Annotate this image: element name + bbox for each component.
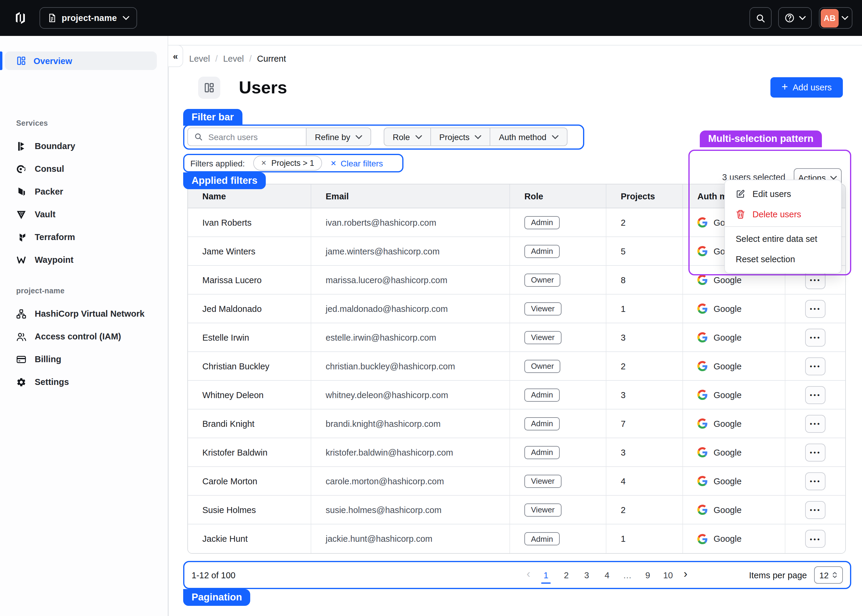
filter-dropdown-role[interactable]: Role (384, 127, 431, 146)
auth-provider-label: Google (714, 476, 742, 486)
page-button-9[interactable]: 9 (641, 566, 655, 584)
menu-item-edit-users[interactable]: Edit users (725, 184, 841, 204)
cell-email: kristofer.baldwin@hashicorp.com (311, 438, 510, 466)
sidebar-item-waypoint[interactable]: Waypoint (0, 248, 168, 271)
cell-name: Carole Morton (188, 467, 311, 495)
table-row[interactable]: Kristofer Baldwinkristofer.baldwin@hashi… (188, 438, 845, 467)
filter-chip-projects[interactable]: ✕ Projects > 1 (253, 156, 322, 171)
table-row[interactable]: Susie Holmessusie.holmes@hashicorp.comVi… (188, 496, 845, 525)
cell-name: Brandi Knight (188, 410, 311, 438)
breadcrumb-separator: / (249, 54, 252, 63)
row-overflow-button[interactable]: ●●● (805, 328, 826, 346)
table-row[interactable]: Jackie Huntjackie.hunt@hashicorp.comAdmi… (188, 525, 845, 553)
next-page-button[interactable]: › (681, 567, 690, 581)
sidebar-item-label: Waypoint (35, 255, 73, 265)
filter-dropdown-auth-method[interactable]: Auth method (491, 127, 567, 146)
auth-provider-label: Google (714, 275, 742, 284)
dismiss-icon: ✕ (330, 159, 336, 167)
cell-name: Jame Winters (188, 237, 311, 265)
menu-item-reset-selection[interactable]: Reset selection (725, 249, 841, 269)
row-overflow-button[interactable]: ●●● (805, 415, 826, 432)
sidebar-item-billing[interactable]: Billing (0, 348, 168, 371)
items-per-page-select[interactable]: 12 (814, 566, 843, 584)
sidebar-item-packer[interactable]: Packer (0, 180, 168, 203)
role-badge: Admin (524, 216, 560, 229)
table-row[interactable]: Jed Maldonadojed.maldonado@hashicorp.com… (188, 294, 845, 323)
sidebar-item-label: Terraform (35, 232, 75, 242)
actions-menu: Edit usersDelete usersSelect entire data… (724, 179, 842, 273)
filter-dropdown-projects[interactable]: Projects (431, 127, 491, 146)
menu-item-delete-users[interactable]: Delete users (725, 204, 841, 225)
row-overflow-button[interactable]: ●●● (805, 271, 826, 289)
refine-by-button[interactable]: Refine by (306, 127, 371, 146)
pagination-range: 1-12 of 100 (192, 570, 236, 580)
project-list: HashiCorp Virtual NetworkAccess control … (0, 302, 168, 393)
overview-icon (16, 56, 26, 66)
google-icon (697, 418, 708, 429)
cell-name: Estelle Irwin (188, 323, 311, 351)
gear-icon (16, 377, 26, 387)
sidebar-item-consul[interactable]: Consul (0, 157, 168, 180)
clear-filters-link[interactable]: ✕ Clear filters (330, 158, 383, 168)
breadcrumb-level-2[interactable]: Level (223, 54, 243, 63)
global-search-button[interactable] (749, 7, 772, 29)
row-overflow-button[interactable]: ●●● (805, 357, 826, 375)
sidebar-item-terraform[interactable]: Terraform (0, 226, 168, 248)
sidebar-item-settings[interactable]: Settings (0, 371, 168, 393)
ellipsis-icon: ●●● (810, 306, 821, 311)
page-button-1[interactable]: 1 (539, 566, 553, 584)
chevron-down-icon (799, 16, 806, 20)
cell-auth-method: Google (683, 294, 785, 323)
cell-projects: 4 (606, 467, 683, 495)
cell-name: Kristofer Baldwin (188, 438, 311, 466)
cell-name: Susie Holmes (188, 496, 311, 524)
chevron-down-icon (831, 175, 837, 180)
cell-email: christian.buckley@hashicorp.com (311, 352, 510, 380)
page-button-10[interactable]: 10 (661, 566, 675, 584)
hashicorp-logo-icon (14, 11, 27, 25)
auth-provider-label: Google (714, 390, 742, 399)
account-menu-button[interactable]: AB (819, 7, 853, 29)
row-overflow-button[interactable]: ●●● (805, 501, 826, 519)
cell-email: whitney.deleon@hashicorp.com (311, 381, 510, 409)
table-row[interactable]: Estelle Irwinestelle.irwin@hashicorp.com… (188, 323, 845, 352)
sidebar-item-vault[interactable]: Vault (0, 203, 168, 226)
pager: ‹1234…910› (469, 566, 745, 584)
google-icon (697, 447, 708, 457)
row-overflow-button[interactable]: ●●● (805, 443, 826, 461)
sidebar-item-boundary[interactable]: Boundary (0, 135, 168, 157)
sidebar-item-overview[interactable]: Overview (5, 52, 157, 70)
page-button-4[interactable]: 4 (600, 566, 614, 584)
sidebar-item-hashicorp-virtual-network[interactable]: HashiCorp Virtual Network (0, 302, 168, 325)
table-row[interactable]: Carole Mortoncarole.morton@hashicorp.com… (188, 467, 845, 496)
cell-name: Jackie Hunt (188, 525, 311, 553)
add-users-button[interactable]: + Add users (770, 77, 843, 97)
row-overflow-button[interactable]: ●●● (805, 386, 826, 404)
page-button-2[interactable]: 2 (559, 566, 573, 584)
waypoint-icon (16, 255, 26, 265)
row-overflow-button[interactable]: ●●● (805, 300, 826, 317)
search-users-input[interactable] (208, 132, 292, 141)
table-row[interactable]: Christian Buckleychristian.buckley@hashi… (188, 352, 845, 381)
ellipsis-icon: ●●● (810, 421, 821, 426)
sidebar-collapse-button[interactable]: « (168, 45, 183, 67)
table-row[interactable]: Whitney Deleonwhitney.deleon@hashicorp.c… (188, 381, 845, 410)
annotation-pagination: Pagination (183, 589, 251, 606)
users-icon (16, 332, 26, 341)
chevron-down-icon (475, 134, 482, 139)
cell-email: jame.winters@hashicorp.com (311, 237, 510, 265)
search-users-field[interactable] (187, 127, 306, 146)
row-overflow-button[interactable]: ●●● (805, 472, 826, 490)
help-menu-button[interactable] (778, 7, 812, 29)
plus-icon: + (782, 82, 788, 92)
table-row[interactable]: Brandi Knightbrandi.knight@hashicorp.com… (188, 410, 845, 438)
cell-projects: 3 (606, 438, 683, 466)
row-overflow-button[interactable]: ●●● (805, 530, 826, 548)
sidebar-item-access-control-iam-[interactable]: Access control (IAM) (0, 325, 168, 348)
cell-projects: 3 (606, 381, 683, 409)
project-switcher[interactable]: project-name (39, 7, 137, 29)
breadcrumb-level-1[interactable]: Level (189, 54, 210, 63)
previous-page-button[interactable]: ‹ (524, 567, 533, 581)
page-button-3[interactable]: 3 (579, 566, 594, 584)
menu-item-select-entire-data-set[interactable]: Select entire data set (725, 229, 841, 249)
